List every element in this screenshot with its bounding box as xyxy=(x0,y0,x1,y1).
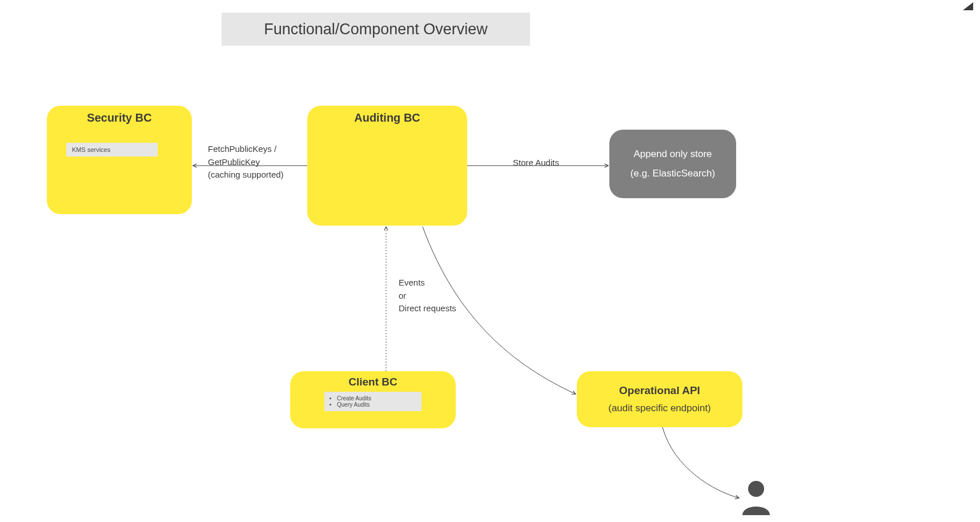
node-append-text: Append only store (e.g. ElasticSearch) xyxy=(630,144,715,183)
node-client-title: Client BC xyxy=(290,376,456,388)
svg-point-0 xyxy=(748,481,764,497)
node-op-title: Operational API xyxy=(619,384,700,397)
edge-label-fetch-keys: FetchPublicKeys / GetPublicKey (caching … xyxy=(208,143,284,182)
user-icon xyxy=(740,480,772,515)
diagram-canvas: Functional/Component Overview Security B… xyxy=(0,0,980,522)
node-append-store: Append only store (e.g. ElasticSearch) xyxy=(609,130,736,198)
edge-operational-to-user xyxy=(662,427,739,498)
client-sub-item: Query Audits xyxy=(337,401,417,408)
diagram-title-text: Functional/Component Overview xyxy=(264,21,488,38)
node-security-title: Security BC xyxy=(47,111,192,125)
diagram-title: Functional/Component Overview xyxy=(222,13,530,46)
node-auditing-bc: Auditing BC xyxy=(307,106,467,226)
node-op-sub: (audit specific endpoint) xyxy=(608,403,711,414)
node-operational-api: Operational API (audit specific endpoint… xyxy=(577,371,742,427)
edge-label-store-audits: Store Audits xyxy=(513,156,559,170)
edge-label-events: Events or Direct requests xyxy=(399,276,456,315)
node-auditing-title: Auditing BC xyxy=(307,111,467,125)
client-sub-box: Create Audits Query Audits xyxy=(324,392,421,411)
client-sub-list: Create Audits Query Audits xyxy=(329,395,417,408)
client-sub-item: Create Audits xyxy=(337,395,417,401)
corner-triangle-icon xyxy=(963,2,973,10)
security-sub-kms: KMS services xyxy=(66,143,158,156)
node-client-bc: Client BC Create Audits Query Audits xyxy=(290,371,456,428)
node-security-bc: Security BC KMS services xyxy=(47,106,192,214)
connector-overlay xyxy=(0,0,980,522)
